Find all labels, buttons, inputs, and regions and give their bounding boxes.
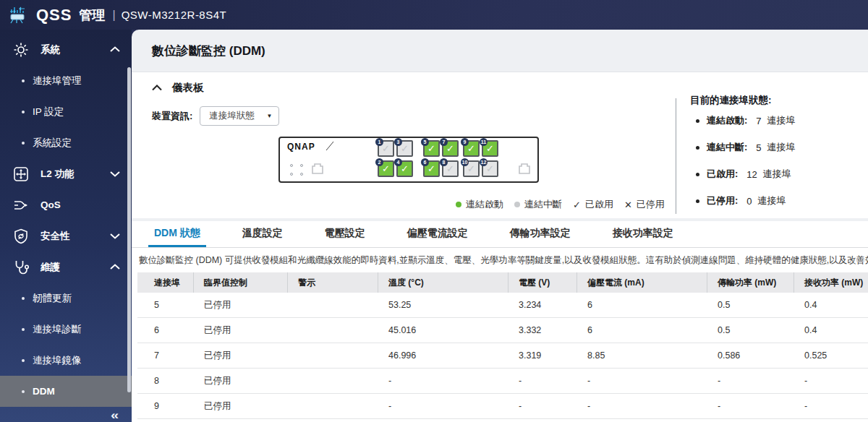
check-icon: ✓: [486, 163, 494, 174]
device-model: QSW-M3212R-8S4T: [122, 9, 227, 21]
port-3: 3✓: [396, 140, 413, 157]
port-number-badge: 1: [375, 138, 383, 146]
bullet-icon: [22, 79, 25, 82]
port-number-badge: 4: [394, 158, 402, 166]
legend-label: 連結啟動: [466, 198, 503, 211]
sidebar-item-label: 維護: [41, 261, 60, 274]
tab-ddm-status[interactable]: DDM 狀態: [148, 221, 206, 247]
tab-voltage-settings[interactable]: 電壓設定: [319, 221, 371, 247]
port-group-2: 5✓ 6✓ 7✓ 8✓: [423, 140, 459, 178]
tab-tx-power-settings[interactable]: 傳輸功率設定: [504, 221, 576, 247]
check-icon: ✓: [467, 143, 475, 154]
chevron-down-icon: [110, 233, 120, 239]
port-5: 5✓: [423, 140, 440, 157]
chevron-down-icon: [110, 171, 120, 177]
dashboard-collapse-toggle[interactable]: 儀表板: [152, 81, 204, 95]
sidebar-item-port-diagnostics[interactable]: 連接埠診斷: [0, 314, 132, 345]
bullet-icon: [22, 390, 25, 393]
check-icon: ✓: [382, 143, 390, 154]
port-number-badge: 10: [461, 158, 469, 166]
port-number-badge: 3: [394, 138, 402, 146]
sidebar-item-label: 連接埠診斷: [33, 323, 82, 336]
sidebar: 系統 連接埠管理 IP 設定 系統設定 L2 功能 QoS: [0, 30, 132, 422]
port-2: 2✓: [378, 160, 394, 177]
sidebar-item-label: 系統: [41, 43, 60, 56]
port-8: 8✓: [442, 160, 459, 177]
bullet-icon: [22, 111, 25, 113]
chevron-up-icon: [152, 85, 162, 91]
bullet-icon: [22, 359, 25, 362]
tab-temperature-settings[interactable]: 溫度設定: [237, 221, 289, 247]
bullet-icon: [22, 297, 25, 300]
device-info-row: 裝置資訊: 連接埠狀態 ▼: [152, 106, 279, 126]
dashboard-panel: 儀表板 裝置資訊: 連接埠狀態 ▼ QNAP 1✓: [132, 72, 868, 218]
check-icon: ✓: [446, 143, 454, 154]
ddm-description: 數位診斷監控 (DDM) 可提供收發模組和光纖纜線效能的即時資料,並顯示溫度、電…: [132, 248, 868, 272]
sidebar-item-ip-settings[interactable]: IP 設定: [0, 96, 132, 127]
page-header: 數位診斷監控 (DDM): [132, 30, 868, 72]
sidebar-item-l2-features[interactable]: L2 功能: [0, 158, 132, 189]
table-row: 5 已停用 53.25 3.234 6 0.5 0.4: [137, 293, 868, 318]
sidebar-item-label: QoS: [41, 199, 61, 210]
tab-bias-current-settings[interactable]: 偏壓電流設定: [401, 221, 474, 247]
brand-name: QSS: [36, 6, 72, 25]
bullet-icon: [22, 328, 25, 331]
cross-icon: ✕: [624, 199, 632, 210]
legend-label: 已啟用: [585, 198, 613, 211]
sidebar-item-label: 系統設定: [33, 137, 72, 150]
page-title: 數位診斷監控 (DDM): [152, 43, 265, 59]
check-icon: ✓: [427, 163, 435, 174]
sidebar-collapse-icon[interactable]: «: [111, 408, 119, 421]
sidebar-item-label: 安全性: [41, 230, 70, 243]
status-title: 目前的連接埠狀態:: [690, 94, 796, 107]
check-icon: ✓: [401, 163, 409, 174]
sidebar-item-ddm[interactable]: DDM: [0, 376, 132, 407]
sidebar-item-label: 連接埠管理: [33, 74, 82, 87]
table-row: 8 已停用 - - - - -: [137, 369, 868, 394]
status-item-link-down: 連結中斷: 5 連接埠: [696, 141, 796, 154]
check-icon: ✓: [427, 143, 435, 154]
brand-suffix: 管理: [79, 7, 105, 24]
rj45-port-icon: [309, 160, 326, 177]
ddm-section: DDM 狀態 溫度設定 電壓設定 偏壓電流設定 傳輸功率設定 接收功率設定 數位…: [132, 221, 868, 422]
legend-label: 已停用: [637, 198, 665, 211]
port-number-badge: 6: [421, 158, 429, 166]
check-icon: ✓: [467, 163, 475, 174]
port-group-3: 9✓ 10✓ 11✓ 12✓: [463, 140, 498, 178]
port-1: 1✓: [378, 140, 394, 157]
link-up-dot-icon: [456, 202, 461, 207]
sidebar-item-system-settings[interactable]: 系統設定: [0, 127, 132, 158]
table-row: 9 已停用 - - - - -: [137, 394, 868, 419]
sidebar-item-port-management[interactable]: 連接埠管理: [0, 65, 132, 96]
sidebar-item-firmware-update[interactable]: 韌體更新: [0, 283, 132, 314]
device-info-select[interactable]: 連接埠狀態 ▼: [200, 106, 279, 126]
sidebar-item-label: L2 功能: [41, 168, 75, 181]
vertical-divider: [676, 98, 676, 214]
sidebar-scrollbar[interactable]: [127, 67, 131, 392]
status-item-link-up: 連結啟動: 7 連接埠: [696, 114, 796, 127]
check-icon: ✓: [401, 143, 409, 154]
port-number-badge: 5: [421, 138, 429, 146]
topbar: QSS 管理 | QSW-M3212R-8S4T: [0, 0, 868, 30]
chevron-up-icon: [110, 264, 120, 270]
sidebar-item-qos[interactable]: QoS: [0, 189, 132, 220]
sidebar-item-system[interactable]: 系統: [0, 34, 132, 65]
l2-icon: [12, 165, 30, 184]
sidebar-item-label: DDM: [33, 386, 55, 397]
sidebar-item-security[interactable]: 安全性: [0, 220, 132, 251]
port-number-badge: 7: [440, 138, 448, 146]
port-7: 7✓: [442, 140, 459, 157]
status-item-disabled: 已停用: 0 連接埠: [696, 194, 796, 207]
led-indicators: [290, 164, 306, 177]
port-number-badge: 12: [480, 158, 488, 166]
port-12: 12✓: [482, 160, 498, 177]
sidebar-item-maintenance[interactable]: 維護: [0, 251, 132, 283]
gear-icon: [12, 40, 30, 59]
port-9: 9✓: [463, 140, 480, 157]
port-number-badge: 2: [375, 158, 383, 166]
tab-rx-power-settings[interactable]: 接收功率設定: [607, 221, 679, 247]
qss-logo-icon: [7, 4, 29, 26]
sidebar-item-port-mirroring[interactable]: 連接埠鏡像: [0, 345, 132, 376]
shield-icon: [12, 227, 30, 246]
dashboard-title: 儀表板: [172, 81, 204, 95]
